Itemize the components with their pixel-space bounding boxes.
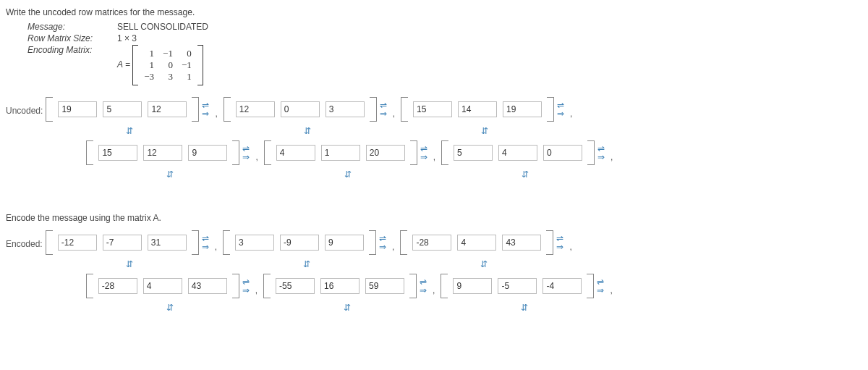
- matrix-cluster: ⇌⇒⇵✔: [441, 140, 609, 165]
- separator-comma: ,: [255, 285, 258, 298]
- matrix-cell-input[interactable]: [413, 101, 452, 117]
- matrix-cell-input[interactable]: [542, 278, 582, 294]
- matrix-line: ⇌⇒⇵✔,⇌⇒⇵✔,⇌⇒⇵✔,: [86, 140, 862, 165]
- matrix-cell-input[interactable]: [103, 235, 142, 251]
- bracket-right: [546, 230, 553, 255]
- matrix-cell-input[interactable]: [148, 235, 187, 251]
- bracket-left: [46, 230, 53, 255]
- reorder-icon[interactable]: ⇵: [166, 169, 174, 180]
- step-arrows-icon[interactable]: ⇌⇒: [597, 145, 605, 161]
- step-arrows-icon[interactable]: ⇌⇒: [379, 235, 386, 251]
- matrix-cell-input[interactable]: [143, 145, 182, 161]
- reorder-icon[interactable]: ⇵: [521, 303, 528, 313]
- step-arrows-icon[interactable]: ⇌⇒: [202, 101, 209, 117]
- reorder-icon[interactable]: ⇵: [126, 126, 133, 136]
- matrix-cell-input[interactable]: [458, 101, 497, 117]
- bracket-right: [192, 230, 199, 255]
- bracket-right: [370, 97, 377, 122]
- matrix-cell-input[interactable]: [148, 101, 187, 117]
- bracket-left: [264, 140, 271, 165]
- reorder-icon[interactable]: ⇵: [304, 126, 311, 136]
- reorder-icon[interactable]: ⇵: [344, 303, 351, 313]
- matrix-cell-input[interactable]: [543, 145, 582, 161]
- matrix-cell-input[interactable]: [103, 101, 142, 117]
- matrix-line: ⇌⇒⇵✔,⇌⇒⇵✔,⇌⇒⇵✔,: [46, 97, 862, 122]
- step-arrows-icon[interactable]: ⇌⇒: [202, 235, 209, 251]
- matrix-cell-input[interactable]: [188, 145, 227, 161]
- matrix-cell-input[interactable]: [502, 235, 541, 251]
- reorder-icon[interactable]: ⇵: [480, 259, 488, 269]
- matrix-cell-input[interactable]: [321, 145, 360, 161]
- matrix-cell-input[interactable]: [366, 145, 405, 161]
- size-value: 1 × 3: [117, 33, 137, 43]
- encoding-matrix: 1−10 10−1 −331: [132, 45, 203, 85]
- step-arrows-icon[interactable]: ⇌⇒: [556, 235, 563, 251]
- matrix-cell-input[interactable]: [412, 235, 451, 251]
- matrix-line: ⇌⇒⇵✘,⇌⇒⇵✘,⇌⇒⇵✘,: [46, 230, 862, 255]
- matrix-cluster: ⇌⇒⇵✘: [263, 274, 431, 298]
- bracket-right: [410, 140, 417, 165]
- bracket-left: [46, 97, 53, 122]
- matrix-cell-input[interactable]: [454, 145, 493, 161]
- matrix-cell-input[interactable]: [58, 235, 97, 251]
- matrix-cell-input[interactable]: [58, 101, 97, 117]
- reorder-icon[interactable]: ⇵: [166, 303, 174, 313]
- matrix-cell-input[interactable]: [320, 278, 359, 294]
- matrix-cell-input[interactable]: [98, 145, 137, 161]
- bracket-right: [409, 274, 417, 298]
- uncoded-label: Uncoded:: [6, 106, 43, 116]
- reorder-icon[interactable]: ⇵: [481, 126, 488, 136]
- matrix-cell-input[interactable]: [457, 235, 496, 251]
- matrix-cluster: ⇌⇒⇵✘: [86, 274, 254, 298]
- step-arrows-icon[interactable]: ⇌⇒: [242, 145, 250, 161]
- matrix-cell-input[interactable]: [453, 278, 492, 294]
- matrix-cell-input[interactable]: [235, 235, 274, 251]
- step-arrows-icon[interactable]: ⇌⇒: [242, 278, 250, 294]
- step-arrows-icon[interactable]: ⇌⇒: [597, 278, 604, 294]
- bracket-right: [232, 140, 239, 165]
- matrix-cluster: ⇌⇒⇵✔: [441, 274, 608, 298]
- step-arrows-icon[interactable]: ⇌⇒: [420, 145, 427, 161]
- separator-comma: ,: [215, 242, 217, 255]
- bracket-right: [232, 274, 239, 298]
- matrix-cell-input[interactable]: [365, 278, 404, 294]
- bracket-left: [441, 274, 448, 298]
- matrix-cell-input[interactable]: [280, 235, 319, 251]
- matrix-cell-input[interactable]: [326, 101, 365, 117]
- bracket-left: [441, 140, 448, 165]
- bracket-left: [401, 97, 408, 122]
- encoding-key: Encoding Matrix:: [27, 45, 114, 55]
- matrix-cell-input[interactable]: [281, 101, 320, 117]
- matrix-cell-input[interactable]: [276, 278, 315, 294]
- step-arrows-icon[interactable]: ⇌⇒: [380, 101, 387, 117]
- matrix-cell-input[interactable]: [143, 278, 182, 294]
- bracket-left: [400, 230, 407, 255]
- step-arrows-icon[interactable]: ⇌⇒: [557, 101, 564, 117]
- matrix-cluster: ⇌⇒⇵✘: [46, 230, 213, 255]
- matrix-cell-input[interactable]: [236, 101, 275, 117]
- matrix-line: ⇌⇒⇵✘,⇌⇒⇵✘,⇌⇒⇵✔,: [86, 274, 862, 298]
- encoding-eq: A = 1−10 10−1 −331: [117, 45, 203, 85]
- separator-comma: ,: [392, 242, 394, 255]
- bracket-right: [192, 97, 199, 122]
- matrix-cell-input[interactable]: [498, 145, 537, 161]
- separator-comma: ,: [569, 242, 571, 255]
- reorder-icon[interactable]: ⇵: [303, 259, 310, 269]
- separator-comma: ,: [215, 109, 217, 122]
- matrix-cell-input[interactable]: [498, 278, 537, 294]
- bracket-right: [369, 230, 376, 255]
- step-arrows-icon[interactable]: ⇌⇒: [420, 278, 427, 294]
- reorder-icon[interactable]: ⇵: [522, 169, 529, 180]
- separator-comma: ,: [433, 152, 435, 165]
- matrix-cell-input[interactable]: [325, 235, 364, 251]
- separator-comma: ,: [610, 285, 612, 298]
- reorder-icon[interactable]: ⇵: [126, 259, 133, 269]
- matrix-cluster: ⇌⇒⇵✔: [401, 97, 569, 122]
- reorder-icon[interactable]: ⇵: [344, 169, 352, 180]
- matrix-cell-input[interactable]: [276, 145, 315, 161]
- matrix-cell-input[interactable]: [188, 278, 227, 294]
- matrix-cell-input[interactable]: [503, 101, 542, 117]
- matrix-cell-input[interactable]: [98, 278, 137, 294]
- message-value: SELL CONSOLIDATED: [117, 22, 208, 32]
- a-equals: A =: [117, 59, 130, 70]
